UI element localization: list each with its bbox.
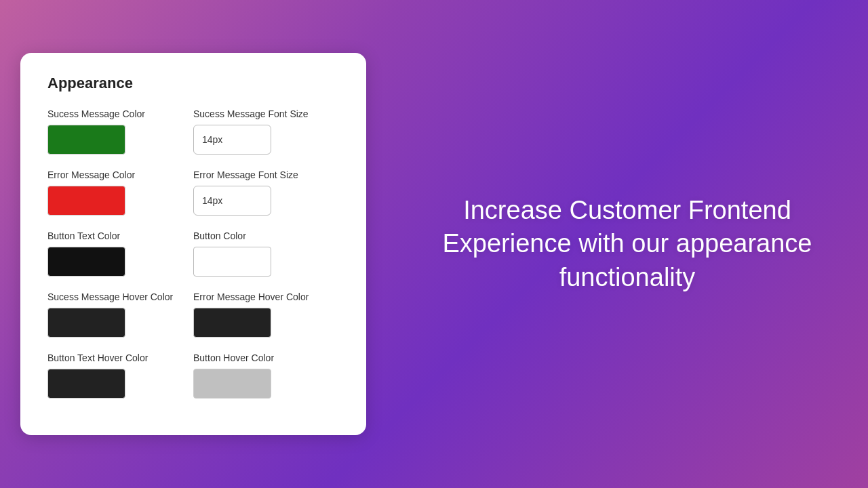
field-group-error-font-size: Error Message Font Size bbox=[193, 169, 339, 216]
button-hover-color-swatch[interactable] bbox=[193, 369, 271, 399]
field-group-success-color: Sucess Message Color bbox=[47, 108, 193, 155]
button-color-swatch[interactable] bbox=[193, 247, 271, 277]
success-color-swatch[interactable] bbox=[47, 125, 125, 155]
button-text-hover-color-swatch[interactable] bbox=[47, 369, 125, 399]
error-color-label: Error Message Color bbox=[47, 169, 193, 180]
button-hover-color-label: Button Hover Color bbox=[193, 352, 339, 363]
promo-line2: Experience with our appearance bbox=[442, 229, 812, 258]
promo-line3: functionality bbox=[559, 263, 696, 291]
promo-text: Increase Customer Frontend Experience wi… bbox=[442, 194, 812, 294]
promo-line1: Increase Customer Frontend bbox=[463, 196, 791, 224]
error-hover-color-label: Error Message Hover Color bbox=[193, 291, 339, 302]
field-group-button-text-hover-color: Button Text Hover Color bbox=[47, 352, 193, 399]
error-font-size-input[interactable] bbox=[193, 186, 271, 216]
field-group-button-text-color: Button Text Color bbox=[47, 230, 193, 277]
button-text-hover-color-label: Button Text Hover Color bbox=[47, 352, 193, 363]
field-group-error-hover-color: Error Message Hover Color bbox=[193, 291, 339, 338]
fields-grid: Sucess Message Color Sucess Message Font… bbox=[47, 108, 339, 413]
success-font-size-input[interactable] bbox=[193, 125, 271, 155]
field-group-button-hover-color: Button Hover Color bbox=[193, 352, 339, 399]
success-hover-color-label: Sucess Message Hover Color bbox=[47, 291, 193, 302]
field-group-success-hover-color: Sucess Message Hover Color bbox=[47, 291, 193, 338]
right-panel: Increase Customer Frontend Experience wi… bbox=[387, 167, 868, 321]
success-hover-color-swatch[interactable] bbox=[47, 308, 125, 338]
error-font-size-label: Error Message Font Size bbox=[193, 169, 339, 180]
button-color-label: Button Color bbox=[193, 230, 339, 241]
error-color-swatch[interactable] bbox=[47, 186, 125, 216]
field-group-error-color: Error Message Color bbox=[47, 169, 193, 216]
button-text-color-label: Button Text Color bbox=[47, 230, 193, 241]
success-color-label: Sucess Message Color bbox=[47, 108, 193, 119]
button-text-color-swatch[interactable] bbox=[47, 247, 125, 277]
field-group-button-color: Button Color bbox=[193, 230, 339, 277]
field-group-success-font-size: Sucess Message Font Size bbox=[193, 108, 339, 155]
left-panel: Appearance Sucess Message Color Sucess M… bbox=[0, 0, 387, 488]
error-hover-color-swatch[interactable] bbox=[193, 308, 271, 338]
card-title: Appearance bbox=[47, 75, 339, 92]
success-font-size-label: Sucess Message Font Size bbox=[193, 108, 339, 119]
appearance-card: Appearance Sucess Message Color Sucess M… bbox=[20, 53, 366, 435]
